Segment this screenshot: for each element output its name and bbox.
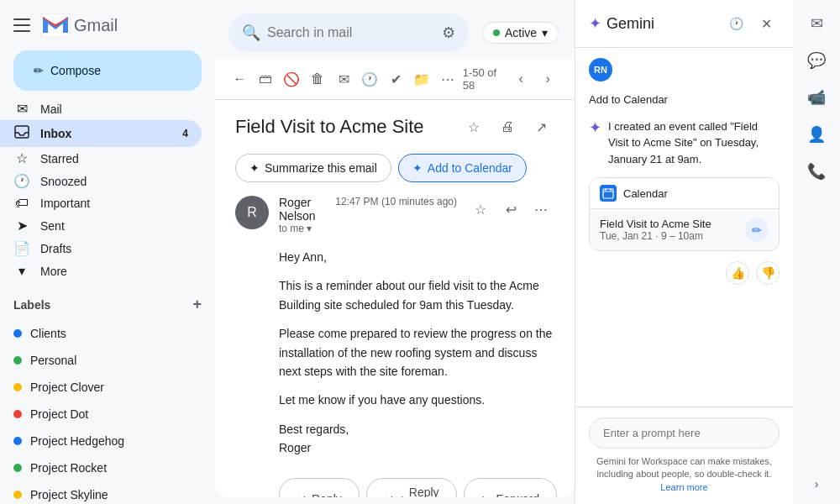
gemini-header: ✦ Gemini 🕐 ✕ [575,0,793,48]
summarize-chip[interactable]: ✦ Summarize this email [235,154,391,182]
sidebar-label-project-dot[interactable]: Project Dot [0,401,202,428]
gemini-calendar-prompt: Add to Calendar [589,92,780,108]
sidebar-item-starred[interactable]: ☆ Starred [0,147,202,170]
add-to-calendar-chip[interactable]: ✦ Add to Calendar [398,154,527,182]
inbox-badge: 4 [182,128,188,139]
sidebar-label-clients[interactable]: Clients [0,320,202,347]
add-label-icon[interactable]: + [192,296,202,313]
menu-icon[interactable] [13,17,30,34]
compose-button[interactable]: ✏ Compose [13,50,202,91]
strip-contacts-icon[interactable]: 👤 [800,118,833,151]
sidebar-item-more[interactable]: ▾ More [0,260,202,282]
summarize-star-icon: ✦ [249,161,260,175]
email-toolbar: ← 🗃 🚫 🗑 ✉ 🕐 ✔ 📁 ⋯ 1-50 of 58 ‹ › [215,59,575,100]
report-spam-button[interactable]: 🚫 [281,66,303,92]
email-body-line-1: Hey Ann, [279,248,554,266]
sidebar-label-project-skyline[interactable]: Project Skyline [0,481,202,504]
sidebar-drafts-label: Drafts [40,242,71,255]
sidebar-more-label: More [40,265,67,278]
gemini-close-button[interactable]: ✕ [753,10,780,37]
summarize-label: Summarize this email [265,161,377,175]
sidebar-item-drafts[interactable]: 📄 Drafts [0,237,202,260]
email-count: 1-50 of 58 [463,66,504,92]
more-actions-button[interactable]: ⋯ [437,66,459,92]
learn-more-link[interactable]: Learn more [660,482,707,492]
back-button[interactable]: ← [228,66,251,92]
sidebar-label-project-rocket[interactable]: Project Rocket [0,454,202,481]
strip-chat-icon[interactable]: 💬 [800,44,833,77]
open-in-new-icon[interactable]: ↗ [528,113,554,140]
sidebar: Gmail ✏ Compose ✉ Mail Inbox 4 ☆ Starred… [0,0,215,504]
sidebar-snoozed-label: Snoozed [40,175,87,188]
calendar-chip-star-icon: ✦ [412,161,423,175]
active-chevron-icon: ▾ [542,26,548,39]
sidebar-label-project-clover[interactable]: Project Clover [0,374,202,401]
next-email-button[interactable]: › [534,66,561,92]
sidebar-label-project-hedgehog[interactable]: Project Hedgehog [0,428,202,454]
forward-button[interactable]: ↪ Forward [464,478,557,497]
gemini-history-button[interactable]: 🕐 [722,10,749,37]
calendar-event-card: Calendar Field Visit to Acme Site Tue, J… [589,177,780,251]
sidebar-starred-label: Starred [40,152,79,165]
archive-button[interactable]: 🗃 [255,66,277,92]
gemini-panel: ✦ Gemini 🕐 ✕ RN Add to Calendar ✦ I crea… [575,0,793,504]
help-button[interactable]: ❓ [565,18,575,48]
strip-expand-button[interactable]: › [808,470,826,497]
mark-unread-button[interactable]: ✉ [333,66,355,92]
reply-all-button[interactable]: ↩↩ Reply all [366,478,457,497]
more-email-actions-button[interactable]: ⋯ [528,196,554,223]
sidebar-item-snoozed[interactable]: 🕐 Snoozed [0,170,202,192]
label-name-project-rocket: Project Rocket [30,461,107,475]
sidebar-item-sent[interactable]: ➤ Sent [0,214,202,237]
star-email-button[interactable]: ☆ [467,196,494,223]
label-name-clients: Clients [30,327,66,340]
gemini-disclaimer-text: Gemini for Workspace can make mistakes, … [596,456,772,479]
calendar-event-time: Tue, Jan 21 · 9 – 10am [600,230,711,242]
delete-button[interactable]: 🗑 [307,66,329,92]
gemini-star-icon: ✦ [589,14,601,33]
sidebar-item-mail[interactable]: ✉ Mail [0,97,202,120]
email-subject-text: Field Visit to Acme Site [235,116,424,138]
search-box[interactable]: 🔍 ⚙ [228,13,469,52]
sender-to-chevron-icon[interactable]: ▾ [307,223,312,234]
star-icon: ☆ [13,150,30,166]
bookmark-icon[interactable]: ☆ [460,113,487,140]
print-icon[interactable]: 🖨 [494,113,521,140]
label-dot-clients [13,329,22,338]
reply-buttons: ↩ Reply ↩↩ Reply all ↪ Forward [279,478,554,497]
move-to-button[interactable]: 📁 [411,66,433,92]
add-task-button[interactable]: ✔ [385,66,407,92]
filter-icon[interactable]: ⚙ [442,24,455,42]
gemini-footer: Gemini for Workspace can make mistakes, … [575,407,793,504]
calendar-card-body: Field Visit to Acme Site Tue, Jan 21 · 9… [590,209,779,250]
sidebar-inbox-label: Inbox [40,127,71,140]
calendar-edit-button[interactable]: ✏ [745,218,769,242]
calendar-event-info: Field Visit to Acme Site Tue, Jan 21 · 9… [600,218,711,242]
inbox-icon [13,123,30,144]
top-actions: Active ▾ ❓ ⚙ ✦ DF [482,18,575,48]
active-status-badge[interactable]: Active ▾ [482,22,559,44]
email-meta: Roger Nelson to me ▾ [279,196,325,234]
strip-meet-icon[interactable]: 📹 [800,81,833,114]
strip-phone-icon[interactable]: 📞 [800,155,833,188]
reply-button[interactable]: ↩ Reply [279,478,360,497]
email-body-line-2: This is a reminder about our field visit… [279,276,554,314]
snooze-button[interactable]: 🕐 [359,66,381,92]
sidebar-label-personal[interactable]: Personal [0,347,202,374]
prev-email-button[interactable]: ‹ [507,66,534,92]
sidebar-item-inbox[interactable]: Inbox 4 [0,120,202,147]
reply-quick-button[interactable]: ↩ [497,196,524,223]
label-dot-project-skyline [13,491,22,499]
sidebar-item-important[interactable]: 🏷 Important [0,192,202,214]
subject-actions: ☆ 🖨 ↗ [460,113,554,140]
thumbs-up-button[interactable]: 👍 [726,261,749,285]
search-input[interactable] [267,25,435,40]
thumbs-down-button[interactable]: 👎 [756,261,780,285]
snooze-icon: 🕐 [13,173,30,189]
label-name-project-dot: Project Dot [30,407,88,421]
labels-list: ClientsPersonalProject CloverProject Dot… [0,320,215,504]
gemini-prompt-input[interactable] [589,417,780,449]
labels-title: Labels [13,298,50,312]
reply-label: Reply [312,492,342,497]
strip-mail-icon[interactable]: ✉ [800,7,833,40]
